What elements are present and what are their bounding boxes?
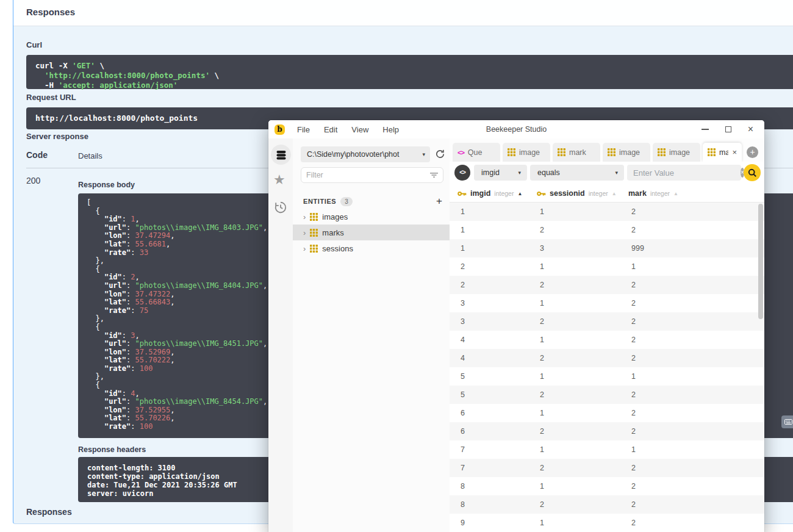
table-cell[interactable]: 4 — [461, 331, 465, 349]
table-cell[interactable]: 2 — [631, 422, 636, 440]
tab-image[interactable]: image — [603, 143, 650, 162]
chevron-right-icon[interactable]: › — [303, 244, 306, 253]
minimize-icon[interactable] — [702, 129, 709, 130]
filter-field-dropdown[interactable]: imgid ▾ — [474, 165, 527, 181]
sort-arrow-icon[interactable]: ▲ — [673, 191, 678, 196]
vertical-scrollbar[interactable] — [758, 204, 763, 319]
table-cell[interactable]: 2 — [631, 477, 636, 495]
table-cell[interactable]: 3 — [461, 312, 465, 331]
table-cell[interactable]: 2 — [540, 495, 544, 514]
menu-edit[interactable]: Edit — [324, 125, 337, 134]
table-cell[interactable]: 5 — [461, 367, 465, 386]
table-row[interactable]: 13999 — [450, 239, 764, 257]
table-cell[interactable]: 7 — [461, 459, 465, 477]
sidebar-item-marks[interactable]: ›marks — [293, 225, 450, 240]
chevron-right-icon[interactable]: › — [303, 212, 306, 221]
table-cell[interactable]: 1 — [461, 203, 465, 221]
database-icon[interactable] — [271, 145, 291, 165]
chevron-right-icon[interactable]: › — [303, 228, 306, 237]
table-cell[interactable]: 6 — [461, 404, 465, 422]
keyboard-overlay-icon[interactable] — [781, 415, 793, 428]
table-cell[interactable]: 2 — [631, 349, 636, 367]
table-cell[interactable]: 1 — [540, 257, 544, 276]
sidebar-item-images[interactable]: ›images — [293, 209, 450, 225]
history-icon[interactable] — [274, 201, 287, 217]
table-cell[interactable]: 1 — [540, 404, 544, 422]
table-cell[interactable]: 6 — [461, 422, 465, 440]
search-button[interactable] — [744, 164, 761, 181]
table-cell[interactable]: 2 — [540, 422, 544, 440]
table-cell[interactable]: 2 — [540, 221, 544, 239]
table-cell[interactable]: 2 — [631, 459, 636, 477]
table-row[interactable]: 711 — [450, 440, 764, 459]
table-cell[interactable]: 1 — [540, 440, 544, 459]
table-cell[interactable]: 1 — [461, 239, 465, 257]
filter-value-input[interactable] — [633, 168, 741, 178]
table-row[interactable]: 722 — [450, 459, 764, 477]
table-cell[interactable]: 2 — [540, 312, 544, 331]
code-toggle-button[interactable]: <> — [454, 165, 470, 181]
table-cell[interactable]: 2 — [631, 386, 636, 404]
table-cell[interactable]: 2 — [540, 276, 544, 294]
close-icon[interactable]: × — [748, 126, 753, 132]
entity-filter-input[interactable] — [306, 171, 430, 179]
table-cell[interactable]: 2 — [631, 203, 636, 221]
tab-close-icon[interactable]: × — [732, 148, 737, 157]
table-row[interactable]: 222 — [450, 276, 764, 294]
column-header-mark[interactable]: markinteger▲ — [628, 184, 678, 203]
table-cell[interactable]: 2 — [631, 514, 636, 532]
sort-arrow-icon[interactable]: ▲ — [517, 191, 522, 196]
connection-dropdown[interactable]: C:\Side\my\photovoter\phot ▾ — [301, 146, 430, 162]
table-cell[interactable]: 2 — [540, 349, 544, 367]
table-cell[interactable]: 2 — [461, 276, 465, 294]
table-cell[interactable]: 9 — [461, 514, 465, 532]
tab-mark[interactable]: mark — [553, 143, 600, 162]
table-cell[interactable]: 2 — [631, 331, 636, 349]
table-row[interactable]: 612 — [450, 404, 764, 422]
table-cell[interactable]: 3 — [461, 294, 465, 312]
table-row[interactable]: 211 — [450, 257, 764, 276]
table-cell[interactable]: 2 — [461, 257, 465, 276]
table-cell[interactable]: 1 — [540, 367, 544, 386]
table-row[interactable]: 812 — [450, 477, 764, 495]
maximize-icon[interactable] — [725, 126, 731, 132]
sort-arrow-icon[interactable]: ▲ — [612, 191, 617, 196]
refresh-icon[interactable] — [435, 149, 445, 162]
sidebar-item-sessions[interactable]: ›sessions — [293, 240, 450, 256]
table-row[interactable]: 412 — [450, 331, 764, 349]
table-row[interactable]: 522 — [450, 386, 764, 404]
table-cell[interactable]: 2 — [631, 221, 636, 239]
tab-image[interactable]: image — [653, 143, 700, 162]
table-cell[interactable]: 8 — [461, 495, 465, 514]
table-cell[interactable]: 2 — [631, 404, 636, 422]
filter-operator-dropdown[interactable]: equals ▾ — [530, 165, 624, 181]
table-cell[interactable]: 2 — [631, 312, 636, 331]
menu-file[interactable]: File — [297, 125, 310, 134]
table-cell[interactable]: 4 — [461, 349, 465, 367]
table-cell[interactable]: 2 — [540, 386, 544, 404]
table-cell[interactable]: 1 — [540, 514, 544, 532]
menu-help[interactable]: Help — [382, 125, 399, 134]
table-cell[interactable]: 999 — [631, 239, 644, 257]
tab-image[interactable]: image — [503, 143, 550, 162]
table-cell[interactable]: 2 — [631, 294, 636, 312]
table-cell[interactable]: 3 — [540, 239, 544, 257]
table-row[interactable]: 622 — [450, 422, 764, 440]
table-cell[interactable]: 7 — [461, 440, 465, 459]
tab-que[interactable]: <>Que — [453, 143, 500, 162]
new-tab-icon[interactable]: + — [747, 146, 758, 158]
table-row[interactable]: 511 — [450, 367, 764, 386]
column-header-imgid[interactable]: imgidinteger▲ — [458, 184, 522, 203]
table-row[interactable]: 122 — [450, 221, 764, 239]
table-cell[interactable]: 5 — [461, 386, 465, 404]
menu-view[interactable]: View — [351, 125, 368, 134]
table-cell[interactable]: 1 — [461, 221, 465, 239]
table-cell[interactable]: 1 — [631, 367, 636, 386]
table-cell[interactable]: 2 — [631, 276, 636, 294]
table-row[interactable]: 912 — [450, 514, 764, 532]
table-cell[interactable]: 1 — [540, 477, 544, 495]
table-row[interactable]: 422 — [450, 349, 764, 367]
table-cell[interactable]: 8 — [461, 477, 465, 495]
table-cell[interactable]: 2 — [631, 495, 636, 514]
favorites-star-icon[interactable]: ★ — [273, 172, 285, 188]
